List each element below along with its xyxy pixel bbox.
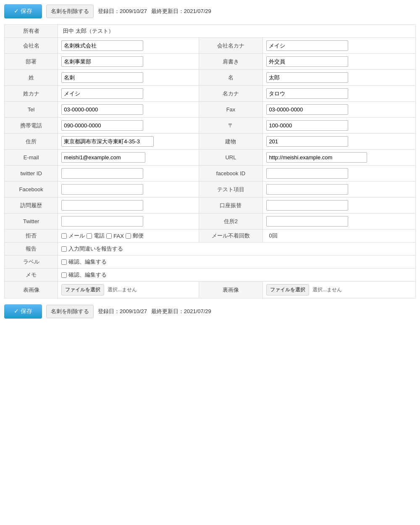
- twitter-id-label: twitter ID: [5, 166, 58, 182]
- company-kana-value-cell: [263, 38, 416, 54]
- url-input[interactable]: [266, 152, 367, 163]
- url-label: URL: [199, 150, 263, 166]
- tel-input[interactable]: [61, 104, 143, 115]
- owner-label: 所有者: [5, 25, 58, 38]
- last-kana-input[interactable]: [61, 88, 143, 99]
- company-value-cell: [58, 38, 199, 54]
- last-name-label: 姓: [5, 70, 58, 86]
- memo-checkboxes: 確認、編集する: [61, 271, 412, 279]
- last-kana-label: 姓カナ: [5, 86, 58, 102]
- reject-label: 拒否: [5, 230, 58, 243]
- report-label: 報告: [5, 243, 58, 256]
- reject-fax-checkbox[interactable]: [106, 233, 112, 239]
- first-name-value-cell: [263, 70, 416, 86]
- tel-label: Tel: [5, 102, 58, 118]
- zip-value-cell: [263, 118, 416, 134]
- report-checkbox[interactable]: [61, 246, 67, 252]
- facebook-input[interactable]: [61, 184, 143, 195]
- facebook-label: Facebook: [5, 182, 58, 198]
- twitter-id-row: twitter ID facebook ID: [5, 166, 416, 182]
- reject-post-label[interactable]: 郵便: [133, 232, 144, 240]
- fax-input[interactable]: [266, 104, 348, 115]
- first-kana-value-cell: [263, 86, 416, 102]
- back-file-button[interactable]: ファイルを選択: [266, 284, 309, 295]
- twitter-label: Twitter: [5, 214, 58, 230]
- company-row: 会社名 会社名カナ: [5, 38, 416, 54]
- label-row: ラベル 確認、編集する: [5, 256, 416, 269]
- address-input[interactable]: [61, 136, 154, 147]
- reject-post-checkbox[interactable]: [126, 233, 131, 239]
- label-checkbox[interactable]: [61, 259, 67, 265]
- bank-label: 口座振替: [199, 198, 263, 214]
- address-row: 住所 建物: [5, 134, 416, 150]
- visit-value-cell: [58, 198, 199, 214]
- label-checkbox-label[interactable]: 確認、編集する: [68, 258, 107, 266]
- zip-input[interactable]: [266, 120, 348, 131]
- test-input[interactable]: [266, 184, 348, 195]
- front-file-button[interactable]: ファイルを選択: [61, 284, 104, 295]
- dept-input[interactable]: [61, 56, 143, 67]
- bottom-toolbar: ✓ 保存 名刺を削除する 登録日：2009/10/27 最終更新日：2021/0…: [4, 304, 416, 319]
- email-input[interactable]: [61, 152, 145, 163]
- test-value-cell: [263, 182, 416, 198]
- building-input[interactable]: [266, 136, 348, 147]
- memo-row: メモ 確認、編集する: [5, 269, 416, 282]
- name-row: 姓 名: [5, 70, 416, 86]
- twitter-input[interactable]: [61, 216, 143, 227]
- mobile-value-cell: [58, 118, 199, 134]
- reject-fax-label[interactable]: FAX: [113, 233, 124, 239]
- address2-input[interactable]: [266, 216, 348, 227]
- first-name-input[interactable]: [266, 72, 348, 83]
- owner-value-cell: 田中 太郎（テスト）: [58, 25, 416, 38]
- mobile-input[interactable]: [61, 120, 143, 131]
- last-kana-value-cell: [58, 86, 199, 102]
- reject-row: 拒否 メール 電話 FAX 郵便 メール不着回数 0回: [5, 230, 416, 243]
- facebook-id-value-cell: [263, 166, 416, 182]
- test-label: テスト項目: [199, 182, 263, 198]
- title-input[interactable]: [266, 56, 348, 67]
- email-label: E-mail: [5, 150, 58, 166]
- title-value-cell: [263, 54, 416, 70]
- first-name-label: 名: [199, 70, 263, 86]
- memo-checkbox[interactable]: [61, 272, 67, 278]
- save-button-bottom[interactable]: ✓ 保存: [4, 304, 42, 319]
- facebook-id-input[interactable]: [266, 168, 348, 179]
- reg-info-bottom: 登録日：2009/10/27 最終更新日：2021/07/29: [98, 308, 211, 315]
- reject-mail-checkbox[interactable]: [61, 233, 67, 239]
- dept-row: 部署 肩書き: [5, 54, 416, 70]
- bank-input[interactable]: [266, 200, 348, 211]
- last-name-input[interactable]: [61, 72, 143, 83]
- visit-input[interactable]: [61, 200, 143, 211]
- address2-label: 住所2: [199, 214, 263, 230]
- memo-checkbox-label[interactable]: 確認、編集する: [68, 271, 107, 279]
- delete-button-bottom[interactable]: 名刺を削除する: [46, 305, 94, 318]
- company-kana-input[interactable]: [266, 40, 348, 51]
- zip-label: 〒: [199, 118, 263, 134]
- dept-label: 部署: [5, 54, 58, 70]
- reject-mail-label[interactable]: メール: [68, 232, 85, 240]
- visit-row: 訪問履歴 口座振替: [5, 198, 416, 214]
- back-image-label: 裏画像: [199, 282, 263, 298]
- memo-value-cell: 確認、編集する: [58, 269, 416, 282]
- email-row: E-mail URL: [5, 150, 416, 166]
- report-checkbox-label[interactable]: 入力間違いを報告する: [68, 245, 123, 253]
- facebook-id-label: facebook ID: [199, 166, 263, 182]
- twitter-row: Twitter 住所2: [5, 214, 416, 230]
- first-kana-input[interactable]: [266, 88, 348, 99]
- delete-button-top[interactable]: 名刺を削除する: [46, 5, 94, 18]
- fax-value-cell: [263, 102, 416, 118]
- reject-phone-label[interactable]: 電話: [94, 232, 105, 240]
- company-label: 会社名: [5, 38, 58, 54]
- form-table: 所有者 田中 太郎（テスト） 会社名 会社名カナ 部署: [4, 24, 416, 298]
- tel-row: Tel Fax: [5, 102, 416, 118]
- bank-value-cell: [263, 198, 416, 214]
- reject-phone-checkbox[interactable]: [87, 233, 92, 239]
- save-button-top[interactable]: ✓ 保存: [4, 4, 42, 18]
- twitter-id-input[interactable]: [61, 168, 143, 179]
- front-file-none: 選択...ません: [108, 287, 137, 293]
- title-label: 肩書き: [199, 54, 263, 70]
- company-input[interactable]: [61, 40, 143, 51]
- owner-row: 所有者 田中 太郎（テスト）: [5, 25, 416, 38]
- memo-label: メモ: [5, 269, 58, 282]
- last-name-value-cell: [58, 70, 199, 86]
